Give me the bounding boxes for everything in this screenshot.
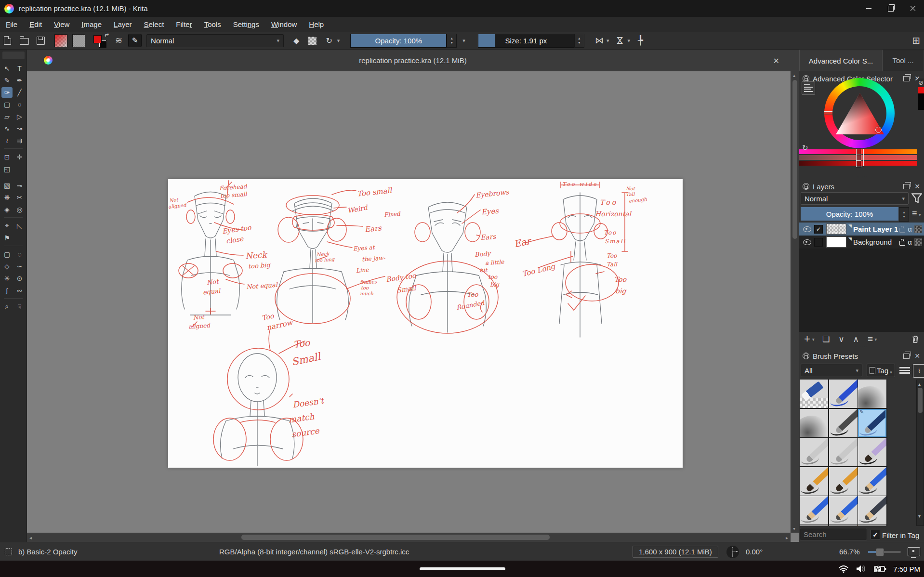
brush-editor-button[interactable]: ✎ (128, 34, 142, 47)
filter-in-tag-checkbox[interactable]: ✓ (871, 530, 880, 539)
menu-item-window[interactable]: Window (271, 20, 297, 28)
add-layer-button[interactable]: + (804, 333, 810, 345)
menu-item-edit[interactable]: Edit (29, 20, 42, 28)
layer-checkbox[interactable] (814, 238, 823, 247)
freehand-path-tool[interactable]: ↝ (14, 123, 25, 134)
docker-lock-icon[interactable] (803, 183, 809, 190)
dynamic-brush-tool[interactable]: ≀ (1, 135, 13, 146)
docker-close-icon[interactable]: ✕ (914, 183, 920, 190)
layer-filter-funnel-icon[interactable] (911, 193, 922, 204)
layer-visible-icon[interactable] (803, 226, 811, 232)
brush-preset-airbrush-soft[interactable] (858, 380, 886, 408)
no-color-swatch[interactable]: ⊘ (918, 79, 924, 87)
save-button[interactable] (37, 37, 45, 45)
inherit-alpha-icon[interactable] (914, 225, 922, 233)
bezier-select-tool[interactable]: ∫ (1, 285, 13, 296)
brush-preset-detail-brush-orange[interactable] (829, 467, 858, 496)
volume-icon[interactable] (856, 564, 867, 573)
preset-detail-button[interactable]: ⌇ (913, 364, 924, 378)
brush-size-slider[interactable]: Size: 1.91 px (478, 34, 574, 48)
hue-strip[interactable] (799, 149, 917, 154)
brush-preset-pencil-clipped-2[interactable] (829, 525, 858, 526)
rect-select-tool[interactable]: ▢ (1, 249, 13, 260)
preserve-alpha-button[interactable] (308, 36, 317, 45)
tab-tool-options[interactable]: Tool ... (883, 50, 924, 71)
fill-tool[interactable]: ◈ (1, 204, 13, 215)
brush-preset-pencil-clipped-1[interactable] (800, 525, 828, 526)
layer-unlocked-icon[interactable] (899, 228, 905, 233)
chevron-down-icon[interactable]: ▾ (462, 38, 465, 44)
layer-blending-mode-dropdown[interactable]: Normal ▾ (801, 192, 909, 205)
trim-to-image-button[interactable]: ╄ (638, 35, 643, 46)
layer-properties-button[interactable]: ≡ (868, 334, 873, 344)
brush-preset-airbrush-pressure[interactable] (800, 409, 828, 437)
menu-item-file[interactable]: File (6, 20, 17, 28)
move-layer-up-button[interactable]: ∧ (853, 334, 859, 344)
chevron-down-icon[interactable]: ▾ (607, 38, 609, 44)
contiguous-select-tool[interactable]: ⊙ (14, 273, 25, 284)
menu-item-layer[interactable]: Layer (114, 20, 132, 28)
gradient-swatch-button[interactable] (54, 34, 67, 47)
menu-item-select[interactable]: Select (144, 20, 164, 28)
canvas-vertical-scrollbar[interactable]: ▴ ▾ (791, 71, 799, 533)
wifi-icon[interactable] (838, 565, 849, 573)
colorize-mask-tool[interactable]: ❋ (1, 192, 13, 203)
recent-color-red[interactable] (918, 87, 924, 93)
docker-float-icon[interactable] (903, 354, 910, 359)
menu-item-image[interactable]: Image (81, 20, 102, 28)
scroll-thumb[interactable] (918, 388, 923, 413)
move-tool[interactable]: ✛ (14, 152, 25, 162)
rectangle-tool[interactable]: ▢ (1, 99, 13, 110)
brush-preset-ballpoint-silver-2[interactable] (829, 438, 858, 466)
workspace-chooser-button[interactable]: ⊞ (912, 35, 920, 46)
docker-resize-handle[interactable]: ∙∙∙∙∙∙ (799, 176, 924, 178)
freehand-select-tool[interactable]: ∽ (14, 261, 25, 272)
brush-preset-pencil-clipped-3[interactable] (858, 525, 886, 526)
restore-button[interactable] (880, 0, 902, 17)
measure-tool[interactable]: ◺ (14, 221, 25, 231)
opacity-spinner[interactable]: ▴▾ (447, 34, 457, 48)
pattern-swatch-button[interactable] (72, 34, 85, 47)
brush-filter-dropdown[interactable]: All ▾ (801, 364, 862, 377)
canvas-horizontal-scrollbar[interactable]: ◂ ▸ (27, 533, 791, 542)
recent-color-black[interactable] (918, 93, 924, 110)
docker-lock-icon[interactable] (803, 353, 809, 359)
polygon-select-tool[interactable]: ◇ (1, 261, 13, 272)
assistants-tool[interactable]: ⌖ (1, 221, 13, 231)
scroll-up-icon[interactable]: ▴ (793, 73, 795, 78)
edit-shapes-tool[interactable]: ✎ (1, 75, 13, 86)
docker-lock-icon[interactable] (803, 75, 809, 82)
polygon-tool[interactable]: ▱ (1, 111, 13, 122)
multibrush-tool[interactable]: ⇉ (14, 135, 25, 146)
brush-size-spinner[interactable]: ▴▾ (574, 34, 584, 48)
smart-patch-tool[interactable]: ✂ (14, 192, 25, 203)
layer-row-background[interactable]: ◥ Background α (799, 236, 924, 249)
ellipse-tool[interactable]: ○ (14, 99, 25, 110)
brush-preset-pencil-blue-4b[interactable] (829, 496, 858, 525)
display-mapping-icon[interactable] (908, 542, 920, 561)
layer-options-icon[interactable]: ≡ (912, 209, 917, 219)
horizontal-scroll-thumb[interactable] (241, 535, 550, 540)
zoom-slider[interactable] (868, 542, 901, 561)
canvas-rotation-dial[interactable] (726, 542, 739, 561)
layer-row-paint-layer-1[interactable]: ✓ ◥ Paint Layer 1 α (799, 223, 924, 236)
line-tool[interactable]: ╱ (14, 87, 25, 98)
bezier-curve-tool[interactable]: ∿ (1, 123, 13, 134)
vertical-scroll-thumb[interactable] (792, 80, 797, 239)
add-layer-dropdown-icon[interactable]: ▾ (812, 337, 815, 342)
toolbox-drag-handle[interactable] (2, 52, 25, 59)
saturation-strip[interactable] (799, 155, 917, 160)
delete-layer-button[interactable] (911, 335, 919, 343)
reload-preset-icon[interactable]: ↻ (326, 36, 332, 45)
canvas-viewport[interactable]: Foreheadtoo smallNotalignedEyes tooclose… (27, 71, 791, 533)
brush-preset-ink-pen-dark[interactable] (829, 409, 858, 437)
menu-item-tools[interactable]: Tools (204, 20, 221, 28)
brush-preset-pencil-red-band[interactable] (858, 496, 886, 525)
menu-item-help[interactable]: Help (309, 20, 324, 28)
docker-close-icon[interactable]: ✕ (914, 352, 920, 360)
layer-checkbox[interactable]: ✓ (814, 225, 823, 234)
menu-item-settings[interactable]: Settings (233, 20, 259, 28)
document-tab-close-button[interactable]: ✕ (773, 56, 779, 66)
brush-preset-eraser-soft[interactable] (800, 380, 828, 408)
scroll-down-icon[interactable]: ▾ (793, 526, 795, 531)
